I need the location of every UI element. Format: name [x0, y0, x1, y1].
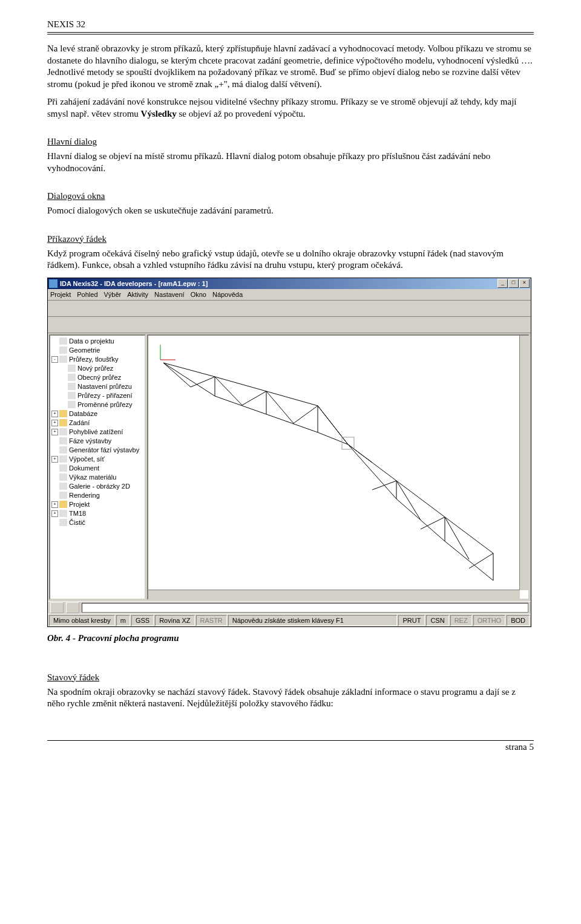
tree-item[interactable]: Dokument: [51, 464, 143, 473]
tree-item[interactable]: Výkaz materiálu: [51, 473, 143, 482]
tb-btn[interactable]: [457, 302, 470, 315]
tb-btn[interactable]: [442, 302, 456, 315]
expand-icon[interactable]: +: [51, 411, 58, 417]
tb-btn[interactable]: [278, 302, 291, 315]
tb-btn[interactable]: [399, 302, 412, 315]
menu-okno[interactable]: Okno: [191, 291, 206, 298]
tb-btn[interactable]: [234, 302, 248, 315]
tb-btn[interactable]: [123, 318, 136, 331]
tree-item[interactable]: +Pohyblivé zatížení: [51, 428, 143, 437]
menu-nastaveni[interactable]: Nastavení: [154, 291, 185, 298]
tb-btn[interactable]: [379, 302, 393, 315]
cmd-btn[interactable]: [50, 602, 64, 613]
tb-btn[interactable]: [65, 318, 78, 331]
tree-item[interactable]: Geometrie: [51, 346, 143, 355]
canvas-area[interactable]: [147, 334, 530, 600]
tb-btn[interactable]: [128, 302, 141, 315]
menu-aktivity[interactable]: Aktivity: [127, 291, 148, 298]
status-gss[interactable]: GSS: [131, 615, 154, 626]
tb-btn[interactable]: [205, 302, 218, 315]
tb-btn[interactable]: [336, 302, 349, 315]
command-input[interactable]: [82, 603, 528, 613]
status-bod[interactable]: BOD: [507, 615, 530, 626]
tb-btn[interactable]: [292, 302, 306, 315]
tree-item[interactable]: Proměnné průřezy: [51, 400, 143, 409]
menu-pohled[interactable]: Pohled: [77, 291, 97, 298]
menu-projekt[interactable]: Projekt: [50, 291, 71, 298]
titlebar[interactable]: IDA Nexis32 - IDA developers - [ramA1.ep…: [48, 278, 531, 289]
collapse-icon[interactable]: -: [51, 356, 58, 363]
tb-btn[interactable]: [65, 302, 78, 315]
tb-btn[interactable]: [365, 302, 378, 315]
tree-item[interactable]: Fáze výstavby: [51, 437, 143, 446]
tb-btn[interactable]: [113, 302, 126, 315]
cmd-btn[interactable]: [66, 602, 79, 613]
doc-icon: [68, 383, 76, 390]
status-csn[interactable]: CSN: [426, 615, 448, 626]
tb-btn[interactable]: [50, 302, 64, 315]
tree-item[interactable]: +Databáze: [51, 409, 143, 418]
menubar[interactable]: Projekt Pohled Výběr Aktivity Nastavení …: [48, 289, 531, 301]
tree-item[interactable]: +Výpočet, síť: [51, 455, 143, 464]
header-rule: [47, 32, 534, 33]
app-window: IDA Nexis32 - IDA developers - [ramA1.ep…: [47, 278, 531, 627]
status-ortho[interactable]: ORTHO: [473, 615, 506, 626]
tree-item[interactable]: +Projekt: [51, 500, 143, 509]
tb-btn[interactable]: [486, 302, 499, 315]
tree-item[interactable]: +Zadání: [51, 418, 143, 428]
tb-btn[interactable]: [501, 302, 514, 315]
tb-btn[interactable]: [79, 318, 93, 331]
tree-item[interactable]: Galerie - obrázky 2D: [51, 482, 143, 491]
status-plane[interactable]: Rovina XZ: [155, 615, 194, 626]
expand-icon[interactable]: +: [51, 501, 58, 508]
tb-btn[interactable]: [191, 302, 204, 315]
tb-btn[interactable]: [350, 302, 364, 315]
tb-btn[interactable]: [137, 318, 151, 331]
tb-btn[interactable]: [220, 302, 233, 315]
tree-item[interactable]: Obecný průřez: [51, 373, 143, 382]
tb-btn[interactable]: [142, 302, 156, 315]
tb-btn[interactable]: [413, 302, 427, 315]
tree-item[interactable]: Data o projektu: [51, 337, 143, 346]
doc-icon: [59, 437, 67, 444]
app-icon: [49, 279, 57, 288]
tb-btn[interactable]: [471, 302, 485, 315]
expand-icon[interactable]: +: [51, 420, 58, 426]
expand-icon[interactable]: +: [51, 456, 58, 463]
tb-btn[interactable]: [79, 302, 93, 315]
status-unit[interactable]: m: [116, 615, 130, 626]
tree-item[interactable]: Generátor fází výstavby: [51, 446, 143, 455]
menu-vyber[interactable]: Výběr: [104, 291, 122, 298]
scrollbar-horizontal[interactable]: [148, 590, 520, 599]
menu-napoveda[interactable]: Nápověda: [212, 291, 243, 298]
maximize-button[interactable]: □: [508, 279, 519, 288]
tree-item[interactable]: Rendering: [51, 491, 143, 500]
tree-item[interactable]: Nastavení průřezu: [51, 382, 143, 391]
expand-icon[interactable]: +: [51, 510, 58, 517]
tb-btn[interactable]: [108, 318, 122, 331]
tree-item[interactable]: +TM18: [51, 509, 143, 518]
tree-panel[interactable]: Data o projektuGeometrie-Průřezy, tloušť…: [49, 334, 146, 600]
tb-btn[interactable]: [94, 318, 107, 331]
status-prut[interactable]: PRUT: [398, 615, 425, 626]
status-rez[interactable]: REZ: [450, 615, 472, 626]
tb-btn[interactable]: [263, 302, 277, 315]
tb-btn[interactable]: [50, 318, 64, 331]
expand-icon[interactable]: +: [51, 429, 58, 435]
tb-btn[interactable]: [249, 302, 262, 315]
tree-item[interactable]: Nový průřez: [51, 364, 143, 373]
close-button[interactable]: ×: [519, 279, 530, 288]
tb-btn[interactable]: [157, 302, 170, 315]
minimize-button[interactable]: _: [497, 279, 508, 288]
scrollbar-vertical[interactable]: [519, 336, 528, 590]
tree-item[interactable]: Čistič: [51, 518, 143, 527]
tb-btn[interactable]: [307, 302, 320, 315]
tb-btn[interactable]: [99, 302, 112, 315]
tb-btn[interactable]: [428, 302, 441, 315]
tb-btn[interactable]: [515, 302, 528, 315]
tree-item[interactable]: -Průřezy, tloušťky: [51, 355, 143, 364]
doc-icon: [59, 519, 67, 526]
status-rastr[interactable]: RASTR: [196, 615, 227, 626]
tree-item[interactable]: Průřezy - přiřazení: [51, 391, 143, 400]
tb-btn[interactable]: [321, 302, 335, 315]
